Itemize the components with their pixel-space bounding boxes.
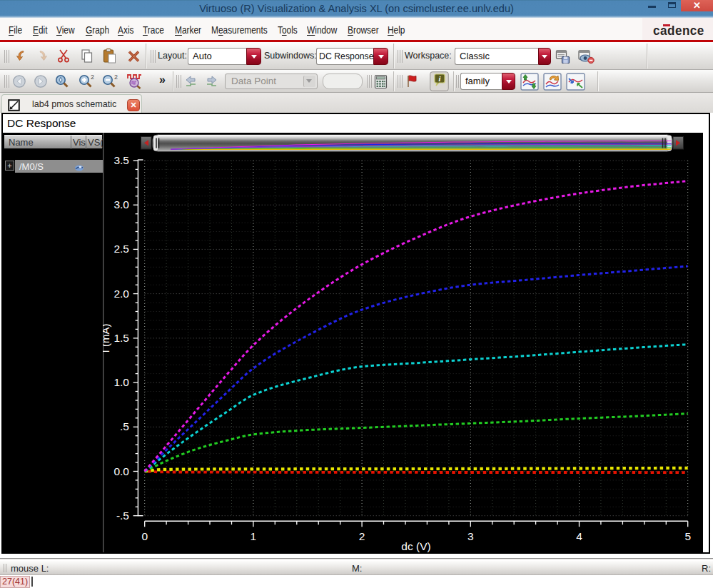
svg-text:.5: .5 <box>120 420 129 432</box>
svg-text:4: 4 <box>576 530 582 542</box>
svg-text:1.0: 1.0 <box>113 376 129 388</box>
svg-text:2.5: 2.5 <box>113 243 129 255</box>
svg-text:2: 2 <box>91 74 94 81</box>
svg-text:-.5: -.5 <box>116 510 129 522</box>
svg-text:0.0: 0.0 <box>113 465 129 477</box>
svg-text:1.5: 1.5 <box>113 332 129 344</box>
svg-text:I (mA): I (mA) <box>103 324 111 353</box>
svg-text:3.5: 3.5 <box>113 154 129 166</box>
svg-text:0: 0 <box>141 530 148 542</box>
svg-text:1: 1 <box>251 530 257 542</box>
svg-text:5: 5 <box>684 530 691 542</box>
svg-text:dc (V): dc (V) <box>401 540 430 552</box>
svg-text:2: 2 <box>114 74 118 81</box>
svg-text:2: 2 <box>359 530 365 542</box>
svg-text:3: 3 <box>467 530 474 542</box>
svg-text:2.0: 2.0 <box>113 288 129 300</box>
svg-text:3.0: 3.0 <box>113 198 129 211</box>
